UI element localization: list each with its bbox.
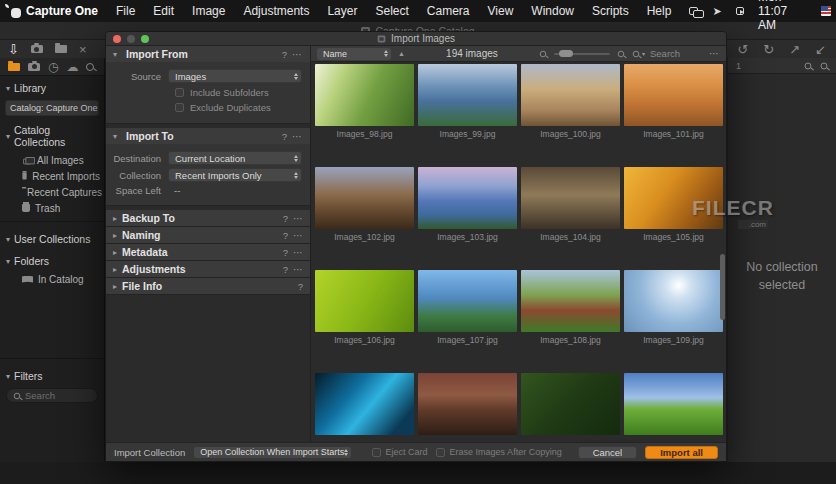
cancel-button[interactable]: Cancel bbox=[578, 446, 638, 459]
backup-to-header[interactable]: ▸ Backup To ? ⋯ bbox=[106, 210, 310, 227]
library-tab-icon[interactable] bbox=[8, 63, 20, 71]
erase-images-checkbox[interactable] bbox=[436, 448, 445, 457]
sort-direction-icon[interactable]: ▲ bbox=[398, 50, 405, 57]
capture-tab-icon[interactable] bbox=[28, 63, 40, 71]
import-images-icon[interactable]: ⇩ bbox=[8, 43, 19, 56]
image-thumbnail[interactable] bbox=[315, 167, 414, 229]
more-icon[interactable]: ⋯ bbox=[293, 230, 303, 241]
menu-image[interactable]: Image bbox=[192, 4, 225, 18]
source-dropdown[interactable]: Images bbox=[168, 69, 302, 83]
image-thumbnail[interactable] bbox=[418, 64, 517, 126]
image-thumbnail[interactable] bbox=[315, 373, 414, 435]
menu-scripts[interactable]: Scripts bbox=[592, 4, 629, 18]
zoom-search-icon[interactable] bbox=[805, 62, 812, 69]
image-thumbnail[interactable] bbox=[624, 270, 723, 332]
sidebar-item-recent-imports[interactable]: Recent Imports bbox=[0, 168, 104, 184]
image-thumbnail[interactable] bbox=[624, 373, 723, 435]
redo-icon[interactable]: ↻ bbox=[763, 43, 774, 56]
screen-mirroring-icon[interactable] bbox=[736, 7, 744, 15]
sidebar-item-in-catalog[interactable]: In Catalog bbox=[0, 271, 104, 287]
image-thumbnail[interactable] bbox=[624, 167, 723, 229]
library-section-header[interactable]: ▾ Library bbox=[0, 76, 104, 98]
thumbnail-size-slider[interactable] bbox=[554, 50, 610, 57]
help-icon[interactable]: ? bbox=[283, 264, 288, 275]
image-cell[interactable]: Images_108.jpg bbox=[521, 270, 620, 345]
image-cell[interactable]: Images_109.jpg bbox=[624, 270, 723, 345]
sidebar-item-recent-captures[interactable]: Recent Captures bbox=[0, 184, 104, 200]
help-icon[interactable]: ? bbox=[283, 230, 288, 241]
more-icon[interactable]: ⋯ bbox=[293, 213, 303, 224]
sidebar-search[interactable] bbox=[6, 388, 98, 403]
include-subfolders-row[interactable]: Include Subfolders bbox=[175, 87, 302, 98]
image-cell[interactable]: Images_101.jpg bbox=[624, 64, 723, 139]
image-thumbnail[interactable] bbox=[624, 64, 723, 126]
sidebar-item-all-images[interactable]: All Images bbox=[0, 152, 104, 168]
exclude-duplicates-row[interactable]: Exclude Duplicates bbox=[175, 102, 302, 113]
slider-thumb[interactable] bbox=[559, 50, 573, 57]
image-thumbnail[interactable] bbox=[315, 64, 414, 126]
metadata-tab-icon[interactable] bbox=[86, 63, 94, 71]
adjustments-header[interactable]: ▸ Adjustments ? ⋯ bbox=[106, 261, 310, 278]
image-thumbnail[interactable] bbox=[418, 167, 517, 229]
edit-folder-icon[interactable] bbox=[55, 45, 67, 53]
zoom-out-icon[interactable] bbox=[540, 50, 546, 56]
loupe-icon[interactable] bbox=[821, 62, 828, 69]
catalog-collections-header[interactable]: ▾ Catalog Collections bbox=[0, 118, 104, 152]
exclude-duplicates-checkbox[interactable] bbox=[175, 103, 184, 112]
filters-header[interactable]: ▾ Filters bbox=[0, 364, 104, 386]
menu-clock[interactable]: Mon 11:07 AM bbox=[758, 0, 807, 32]
menu-view[interactable]: View bbox=[488, 4, 514, 18]
folders-header[interactable]: ▾ Folders bbox=[0, 249, 104, 271]
input-language-flag-icon[interactable] bbox=[821, 6, 831, 16]
help-icon[interactable]: ? bbox=[283, 247, 288, 258]
image-cell[interactable]: Images_103.jpg bbox=[418, 167, 517, 242]
help-icon[interactable]: ? bbox=[283, 213, 288, 224]
image-thumbnail[interactable] bbox=[418, 270, 517, 332]
help-icon[interactable]: ? bbox=[282, 49, 287, 60]
file-info-header[interactable]: ▸ File Info ? bbox=[106, 278, 310, 295]
close-window-button[interactable] bbox=[113, 35, 121, 43]
displays-icon[interactable] bbox=[689, 7, 698, 15]
browser-search[interactable]: ▾ bbox=[632, 48, 702, 59]
capture-camera-icon[interactable] bbox=[31, 45, 43, 53]
eject-card-row[interactable]: Eject Card bbox=[372, 447, 428, 457]
menu-file[interactable]: File bbox=[116, 4, 135, 18]
import-arrow-icon[interactable]: ↙ bbox=[815, 43, 826, 56]
collection-dropdown[interactable]: Recent Imports Only bbox=[168, 168, 302, 182]
naming-header[interactable]: ▸ Naming ? ⋯ bbox=[106, 227, 310, 244]
image-cell[interactable]: Images_98.jpg bbox=[315, 64, 414, 139]
menu-edit[interactable]: Edit bbox=[153, 4, 174, 18]
help-icon[interactable]: ? bbox=[298, 281, 303, 292]
menu-help[interactable]: Help bbox=[647, 4, 672, 18]
menu-select[interactable]: Select bbox=[375, 4, 408, 18]
help-icon[interactable]: ? bbox=[282, 131, 287, 142]
image-cell[interactable]: Images_100.jpg bbox=[521, 64, 620, 139]
image-cell[interactable]: Images_102.jpg bbox=[315, 167, 414, 242]
browser-search-input[interactable] bbox=[650, 48, 702, 59]
minimize-window-button[interactable] bbox=[127, 35, 135, 43]
image-thumbnail[interactable] bbox=[315, 270, 414, 332]
image-cell[interactable]: Images_99.jpg bbox=[418, 64, 517, 139]
image-cell[interactable]: Images_105.jpg bbox=[624, 167, 723, 242]
sort-field-dropdown[interactable]: Name bbox=[317, 48, 391, 60]
destination-dropdown[interactable]: Current Location bbox=[168, 151, 302, 165]
image-thumbnail[interactable] bbox=[418, 373, 517, 435]
more-icon[interactable]: ⋯ bbox=[293, 264, 303, 275]
image-thumbnail[interactable] bbox=[521, 64, 620, 126]
grid-scrollbar[interactable] bbox=[720, 254, 725, 320]
import-from-header[interactable]: ▾ Import From ? ⋯ bbox=[106, 46, 310, 62]
sidebar-search-input[interactable] bbox=[25, 390, 85, 401]
metadata-header[interactable]: ▸ Metadata ? ⋯ bbox=[106, 244, 310, 261]
import-collection-dropdown[interactable]: Open Collection When Import Starts bbox=[193, 446, 352, 459]
menu-layer[interactable]: Layer bbox=[327, 4, 357, 18]
image-thumbnail[interactable] bbox=[521, 270, 620, 332]
more-icon[interactable]: ⋯ bbox=[293, 247, 303, 258]
more-icon[interactable]: ⋯ bbox=[292, 131, 303, 142]
image-thumbnail[interactable] bbox=[521, 167, 620, 229]
sidebar-item-trash[interactable]: Trash bbox=[0, 200, 104, 216]
location-arrow-icon[interactable]: ➤ bbox=[712, 6, 721, 17]
catalog-selector[interactable]: Catalog: Capture One Ca bbox=[5, 100, 99, 116]
erase-images-row[interactable]: Erase Images After Copying bbox=[436, 447, 562, 457]
image-cell[interactable] bbox=[521, 373, 620, 442]
image-cell[interactable]: Images_104.jpg bbox=[521, 167, 620, 242]
